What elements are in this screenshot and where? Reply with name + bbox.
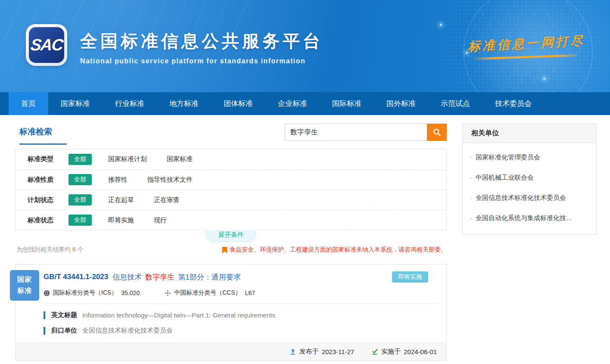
filter-option[interactable]: 正在审查 xyxy=(154,196,180,204)
ccs-value: L67 xyxy=(245,289,255,296)
bookmark-icon xyxy=(222,247,227,253)
ics-label: 国际标准分类号（ICS） xyxy=(53,289,117,297)
committee-value: 全国信息技术标准化技术委员会 xyxy=(82,327,173,335)
filter-all-button[interactable]: 全部 xyxy=(68,174,92,185)
related-unit-link[interactable]: 全国自动化系统与集成标准化技… xyxy=(470,208,588,228)
search-section: 标准检索 xyxy=(15,115,447,149)
filter-option[interactable]: 正在起草 xyxy=(108,196,134,204)
filter-all-button[interactable]: 全部 xyxy=(68,194,92,205)
main-column: 标准检索 标准类型 全部 国家标准计划 国家标准 标准性质 全部 推荐性 xyxy=(15,115,447,361)
page-content: 标准检索 标准类型 全部 国家标准计划 国家标准 标准性质 全部 推荐性 xyxy=(0,115,610,361)
system-notice: 食品安全、环境保护、工程建设方面的国家标准未纳入本系统，请咨询相关部委。 xyxy=(222,246,447,254)
search-button[interactable] xyxy=(427,124,447,141)
field-marker-bar xyxy=(44,311,45,319)
compass-icon xyxy=(165,290,171,296)
search-input[interactable] xyxy=(285,124,427,141)
classification-row: 国际标准分类号（ICS） 35.020 中国标准分类号（CCS） L67 xyxy=(44,289,438,297)
nav-tab-pilot[interactable]: 示范试点 xyxy=(428,92,482,115)
ics-value: 35.020 xyxy=(121,289,140,296)
nav-tab-home[interactable]: 首页 xyxy=(9,92,48,115)
filter-row-standard-status: 标准状态 全部 即将实施 现行 xyxy=(16,210,446,230)
search-box xyxy=(285,124,447,141)
standard-title-part[interactable]: 信息技术 xyxy=(112,272,142,282)
filter-row-plan-status: 计划状态 全部 正在起草 正在审查 xyxy=(16,190,446,210)
english-title-value: Information technology—Digital twin—Part… xyxy=(82,311,275,319)
site-titles: 全国标准信息公共服务平台 National public service pla… xyxy=(80,29,323,65)
filter-all-button[interactable]: 全部 xyxy=(68,154,92,165)
result-title-row: GB/T 43441.1-2023 信息技术 数字孪生 第1部分：通用要求 即将… xyxy=(44,271,438,283)
related-units-list: 国家标准化管理委员会 中国机械工业联合会 全国信息技术标准化技术委员会 全国自动… xyxy=(463,143,596,234)
standard-title-highlight[interactable]: 数字孪生 xyxy=(145,272,174,282)
filter-option[interactable]: 即将实施 xyxy=(108,216,134,224)
site-subtitle: National public service platform for sta… xyxy=(80,57,323,65)
ics-classification: 国际标准分类号（ICS） 35.020 xyxy=(44,289,140,297)
related-units-title: 相关单位 xyxy=(463,124,596,143)
nav-tab-group-standards[interactable]: 团体标准 xyxy=(211,92,265,115)
filter-label: 标准类型 xyxy=(28,155,68,163)
system-notice-text: 食品安全、环境保护、工程建设方面的国家标准未纳入本系统，请咨询相关部委。 xyxy=(230,246,447,254)
filter-panel: 标准类型 全部 国家标准计划 国家标准 标准性质 全部 推荐性 指导性技术文件 … xyxy=(15,149,447,230)
filter-label: 标准性质 xyxy=(28,176,68,184)
results-count-prefix: 为您找到相关结果约 xyxy=(16,246,71,253)
sac-logo-inner: SAC xyxy=(29,27,64,63)
field-marker-bar xyxy=(44,327,45,335)
result-card-body: GB/T 43441.1-2023 信息技术 数字孪生 第1部分：通用要求 即将… xyxy=(16,264,446,335)
results-count-suffix: 个 xyxy=(78,246,84,253)
related-unit-link[interactable]: 中国机械工业联合会 xyxy=(470,168,588,188)
implement-date: 实施于 2024-06-01 xyxy=(371,348,437,356)
results-count-number: 6 xyxy=(72,246,76,253)
committee-row: 归口单位 全国信息技术标准化技术委员会 xyxy=(44,327,438,335)
ccs-classification: 中国标准分类号（CCS） L67 xyxy=(165,289,255,297)
filter-option[interactable]: 指导性技术文件 xyxy=(147,176,193,184)
main-nav: 首页 国家标准 行业标准 地方标准 团体标准 企业标准 国际标准 国外标准 示范… xyxy=(0,92,610,115)
sac-logo-text: SAC xyxy=(30,36,64,54)
results-meta-row: 为您找到相关结果约6个 食品安全、环境保护、工程建设方面的国家标准未纳入本系统，… xyxy=(15,246,447,254)
result-card: 国家标准 GB/T 43441.1-2023 信息技术 数字孪生 第1部分：通用… xyxy=(15,264,447,361)
standard-type-badge-text: 国家标准 xyxy=(17,274,32,297)
filter-row-standard-nature: 标准性质 全部 推荐性 指导性技术文件 xyxy=(16,169,446,190)
expand-conditions-button[interactable]: 展开条件 xyxy=(206,230,256,242)
globe-icon xyxy=(44,290,50,296)
filter-option[interactable]: 国家标准计划 xyxy=(108,155,147,163)
nav-tab-technical-committee[interactable]: 技术委员会 xyxy=(482,92,544,115)
filter-row-standard-type: 标准类型 全部 国家标准计划 国家标准 xyxy=(16,149,446,169)
standard-type-badge: 国家标准 xyxy=(10,270,39,301)
ccs-label: 中国标准分类号（CCS） xyxy=(174,289,241,297)
status-badge: 即将实施 xyxy=(392,271,428,283)
search-icon xyxy=(433,128,441,137)
banner-slogan-text: 标准信息一网打尽 xyxy=(467,32,585,56)
nav-tab-industry-standards[interactable]: 行业标准 xyxy=(103,92,157,115)
filter-label: 标准状态 xyxy=(28,216,68,224)
publish-icon xyxy=(289,348,296,355)
nav-tab-international-standards[interactable]: 国际标准 xyxy=(320,92,374,115)
site-title: 全国标准信息公共服务平台 xyxy=(80,29,323,53)
filter-option[interactable]: 国家标准 xyxy=(167,155,193,163)
english-title-row: 英文标题 Information technology—Digital twin… xyxy=(44,311,438,319)
site-banner: SAC 全国标准信息公共服务平台 National public service… xyxy=(0,0,610,92)
result-card-footer: 发布于 2023-11-27 实施于 2024-06-01 xyxy=(16,342,446,361)
check-icon xyxy=(371,348,378,355)
filter-all-button[interactable]: 全部 xyxy=(68,215,92,226)
publish-date-value: 2023-11-27 xyxy=(322,348,355,355)
implement-label: 实施于 xyxy=(381,348,401,356)
nav-tab-national-standards[interactable]: 国家标准 xyxy=(48,92,103,115)
filter-option[interactable]: 现行 xyxy=(154,216,167,224)
implement-date-value: 2024-06-01 xyxy=(404,348,437,355)
nav-tab-enterprise-standards[interactable]: 企业标准 xyxy=(265,92,320,115)
related-unit-link[interactable]: 全国信息技术标准化技术委员会 xyxy=(470,188,588,208)
banner-spark xyxy=(543,78,545,80)
banner-slogan: 标准信息一网打尽 xyxy=(468,35,585,58)
nav-tab-foreign-standards[interactable]: 国外标准 xyxy=(374,92,428,115)
sac-logo[interactable]: SAC xyxy=(26,24,67,66)
standard-code-link[interactable]: GB/T 43441.1-2023 xyxy=(44,273,108,281)
publish-label: 发布于 xyxy=(299,348,319,356)
field-label: 归口单位 xyxy=(51,327,77,335)
standard-title-part[interactable]: 第1部分：通用要求 xyxy=(178,272,240,282)
banner-spark xyxy=(440,24,442,26)
nav-tab-local-standards[interactable]: 地方标准 xyxy=(157,92,211,115)
related-units-panel: 相关单位 国家标准化管理委员会 中国机械工业联合会 全国信息技术标准化技术委员会… xyxy=(462,124,597,235)
filter-option[interactable]: 推荐性 xyxy=(108,176,128,184)
page-title: 标准检索 xyxy=(19,126,67,145)
field-label: 英文标题 xyxy=(51,311,77,319)
related-unit-link[interactable]: 国家标准化管理委员会 xyxy=(470,147,588,168)
